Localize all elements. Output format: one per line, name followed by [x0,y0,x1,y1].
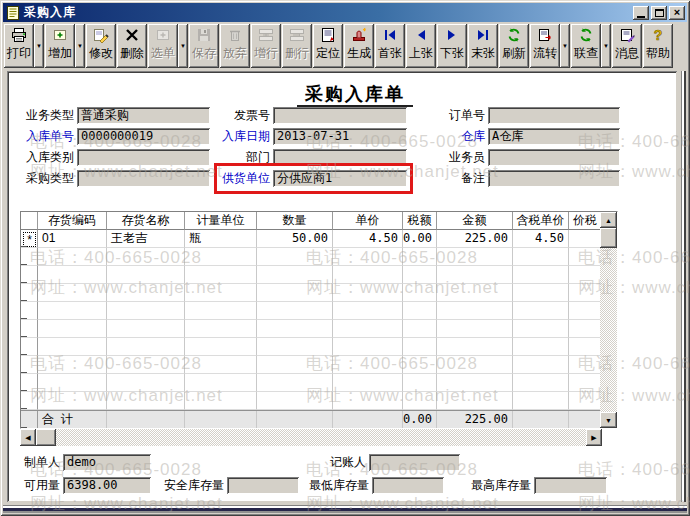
table-horizontal-scrollbar[interactable]: ◀ ▶ [20,429,602,446]
table-row[interactable] [21,392,602,410]
field-min-stock[interactable] [372,477,444,494]
table-cell[interactable] [437,392,513,410]
table-cell[interactable] [333,338,403,356]
table-row[interactable] [21,374,602,392]
table-cell[interactable] [257,392,333,410]
maximize-button[interactable] [651,6,667,20]
vertical-scroll-thumb[interactable] [600,228,617,248]
toolbar-linked-query-dropdown[interactable]: ▼ [601,24,611,68]
table-cell[interactable] [513,356,569,374]
close-button[interactable]: × [669,6,685,20]
table-cell[interactable] [403,356,437,374]
table-cell[interactable]: 0.00 [403,230,437,248]
table-cell[interactable] [513,320,569,338]
table-cell[interactable] [513,302,569,320]
table-cell[interactable] [513,284,569,302]
table-cell[interactable] [38,302,107,320]
row-selector[interactable] [21,266,38,284]
horizontal-scroll-thumb[interactable] [36,429,56,446]
toolbar-add-row-button[interactable]: 增行 [251,24,281,68]
table-cell[interactable] [513,266,569,284]
table-cell[interactable] [257,320,333,338]
table-cell[interactable] [38,248,107,266]
scroll-right-icon[interactable]: ▶ [586,429,602,446]
table-cell[interactable] [38,338,107,356]
table-cell[interactable] [403,302,437,320]
row-selector[interactable] [21,320,38,338]
table-cell[interactable] [333,302,403,320]
table-cell[interactable] [107,248,185,266]
table-cell[interactable] [437,374,513,392]
table-cell[interactable] [333,374,403,392]
toolbar-linked-query-button[interactable]: 联查 [571,24,601,68]
table-cell[interactable] [38,374,107,392]
toolbar-discard-button[interactable]: 放弃 [220,24,250,68]
field-supplier[interactable]: 分供应商1 [273,170,407,187]
toolbar-print-button[interactable]: 打印 [4,24,34,68]
table-cell[interactable] [333,356,403,374]
table-cell[interactable] [403,392,437,410]
table-cell[interactable] [185,266,257,284]
table-cell[interactable] [257,266,333,284]
table-cell[interactable] [513,374,569,392]
table-cell[interactable] [437,248,513,266]
row-selector[interactable] [21,302,38,320]
toolbar-flow-button[interactable]: 流转 [530,24,560,68]
title-bar[interactable]: 采购入库 × [3,3,687,22]
table-cell[interactable] [333,392,403,410]
row-selector[interactable] [21,374,38,392]
table-cell[interactable] [403,338,437,356]
table-cell[interactable] [107,302,185,320]
toolbar-delete-button[interactable]: 删除 [117,24,147,68]
table-cell[interactable] [437,320,513,338]
horizontal-scroll-track[interactable] [56,429,586,446]
table-cell[interactable]: 王老吉 [107,230,185,248]
table-cell[interactable] [569,338,602,356]
table-cell[interactable] [38,320,107,338]
table-cell[interactable]: 225.00 [437,230,513,248]
toolbar-flow-dropdown[interactable]: ▼ [560,24,570,68]
row-selector[interactable] [21,284,38,302]
toolbar-select-order-button[interactable]: 选单 [148,24,178,68]
table-cell[interactable] [333,266,403,284]
scroll-down-icon[interactable]: ▼ [600,412,617,428]
table-cell[interactable] [257,302,333,320]
toolbar-generate-button[interactable]: 生成 [344,24,374,68]
table-cell[interactable] [569,320,602,338]
field-department[interactable] [273,149,407,166]
table-cell[interactable] [185,302,257,320]
table-cell[interactable] [38,392,107,410]
field-creator[interactable]: demo [63,454,151,471]
toolbar-next-button[interactable]: 下张 [437,24,467,68]
table-cell[interactable] [569,302,602,320]
table-cell[interactable] [437,266,513,284]
table-cell[interactable] [569,230,602,248]
table-cell[interactable] [257,374,333,392]
table-cell[interactable] [569,266,602,284]
table-cell[interactable] [257,338,333,356]
table-cell[interactable] [257,284,333,302]
table-cell[interactable] [403,284,437,302]
table-cell[interactable]: 01 [38,230,107,248]
toolbar-first-button[interactable]: 首张 [375,24,405,68]
field-invoice-no[interactable] [273,107,407,124]
table-cell[interactable] [437,284,513,302]
window-document-icon[interactable] [5,5,21,21]
table-cell[interactable]: 4.50 [333,230,403,248]
table-cell[interactable] [437,302,513,320]
toolbar-refresh-button[interactable]: 刷新 [499,24,529,68]
table-cell[interactable] [403,320,437,338]
field-salesperson[interactable] [488,149,620,166]
table-cell[interactable] [333,248,403,266]
row-selector[interactable] [21,338,38,356]
table-cell[interactable] [257,248,333,266]
row-selector[interactable] [21,392,38,410]
field-max-stock[interactable] [534,477,607,494]
row-selector[interactable]: * [21,230,38,248]
toolbar-last-button[interactable]: 末张 [468,24,498,68]
table-row[interactable] [21,320,602,338]
table-cell[interactable] [38,284,107,302]
table-row[interactable] [21,302,602,320]
row-selector[interactable] [21,248,38,266]
field-available-qty[interactable]: 6398.00 [63,477,151,494]
